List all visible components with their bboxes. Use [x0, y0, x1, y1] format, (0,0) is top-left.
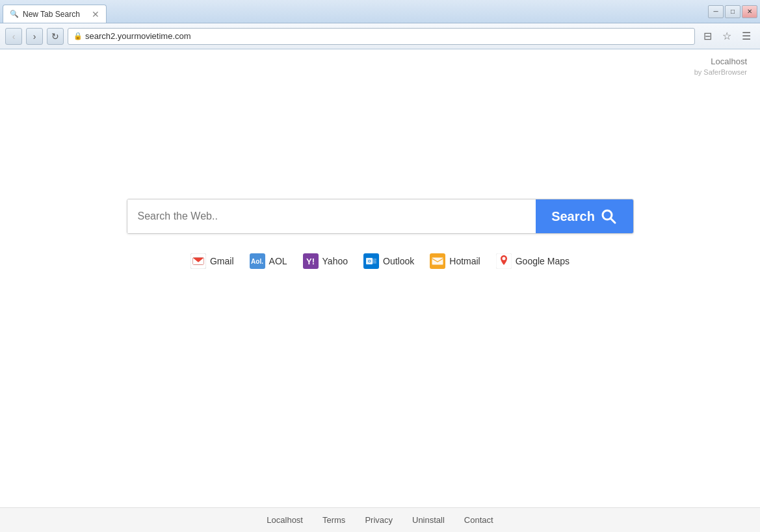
footer-uninstall[interactable]: Uninstall [412, 515, 445, 525]
url-security-icon: 🔒 [73, 32, 83, 40]
shortcut-yahoo[interactable]: Y! Yahoo [303, 253, 348, 269]
search-input[interactable] [127, 199, 536, 233]
browser-chrome: 🔍 New Tab Search ✕ ─ □ ✕ ‹ › ↻ 🔒 search2… [0, 0, 760, 49]
window-controls: ─ □ ✕ [708, 5, 757, 18]
shortcut-aol-label: AOL [269, 256, 287, 266]
gmail-icon [190, 253, 206, 269]
title-bar: 🔍 New Tab Search ✕ ─ □ ✕ [0, 0, 760, 23]
back-button[interactable]: ‹ [5, 28, 22, 45]
footer: Localhost Terms Privacy Uninstall Contac… [0, 507, 760, 532]
forward-button[interactable]: › [26, 28, 43, 45]
svg-text:O: O [368, 259, 371, 263]
bookmark-button[interactable]: ☆ [718, 28, 735, 45]
shortcut-outlook-label: Outlook [383, 256, 414, 266]
reload-button[interactable]: ↻ [47, 28, 64, 45]
localhost-badge-main: Localhost [694, 56, 747, 68]
shortcut-hotmail-label: Hotmail [449, 256, 480, 266]
shortcut-aol[interactable]: Aol. AOL [250, 253, 287, 269]
hotmail-icon [430, 253, 445, 269]
outlook-icon: O [363, 253, 379, 269]
shortcut-gmaps-label: Google Maps [516, 256, 570, 266]
shortcut-gmaps[interactable]: Google Maps [496, 253, 570, 269]
tab-favicon: 🔍 [10, 10, 19, 18]
footer-localhost[interactable]: Localhost [267, 515, 303, 525]
browser-tab[interactable]: 🔍 New Tab Search ✕ [3, 5, 107, 23]
search-icon [600, 208, 617, 225]
shortcut-outlook[interactable]: O Outlook [363, 253, 414, 269]
svg-line-1 [610, 219, 615, 223]
shortcut-links: Gmail Aol. AOL Y! Yahoo O [190, 253, 570, 269]
translate-button[interactable]: ⊟ [699, 28, 716, 45]
localhost-badge-sub: by SaferBrowser [694, 68, 747, 77]
aol-icon: Aol. [250, 253, 265, 269]
search-button[interactable]: Search [536, 199, 633, 233]
footer-privacy[interactable]: Privacy [365, 515, 393, 525]
svg-point-15 [502, 257, 505, 260]
maximize-button[interactable]: □ [725, 5, 740, 18]
minimize-button[interactable]: ─ [708, 5, 724, 18]
shortcut-yahoo-label: Yahoo [322, 256, 348, 266]
toolbar-right: ⊟ ☆ ☰ [699, 28, 755, 45]
search-button-label: Search [551, 209, 595, 224]
svg-rect-9 [373, 259, 376, 264]
close-button[interactable]: ✕ [742, 5, 757, 18]
localhost-badge: Localhost by SaferBrowser [694, 56, 747, 78]
url-text: search2.yourmovietime.com [85, 31, 689, 41]
shortcut-gmail-label: Gmail [210, 256, 234, 266]
page-content: Localhost by SaferBrowser Search [0, 49, 760, 507]
tab-close-button[interactable]: ✕ [92, 10, 99, 19]
shortcut-hotmail[interactable]: Hotmail [430, 253, 480, 269]
tab-title: New Tab Search [23, 10, 88, 19]
shortcut-gmail[interactable]: Gmail [190, 253, 234, 269]
tab-area: 🔍 New Tab Search ✕ [3, 0, 708, 23]
search-bar: Search [127, 199, 634, 234]
gmaps-icon [496, 253, 512, 269]
menu-button[interactable]: ☰ [738, 28, 755, 45]
footer-terms[interactable]: Terms [322, 515, 345, 525]
svg-rect-13 [432, 258, 443, 265]
address-bar: ‹ › ↻ 🔒 search2.yourmovietime.com ⊟ ☆ ☰ [0, 23, 760, 49]
search-section: Search [0, 199, 760, 269]
yahoo-icon: Y! [303, 253, 319, 269]
footer-contact[interactable]: Contact [464, 515, 493, 525]
url-bar[interactable]: 🔒 search2.yourmovietime.com [68, 28, 695, 45]
